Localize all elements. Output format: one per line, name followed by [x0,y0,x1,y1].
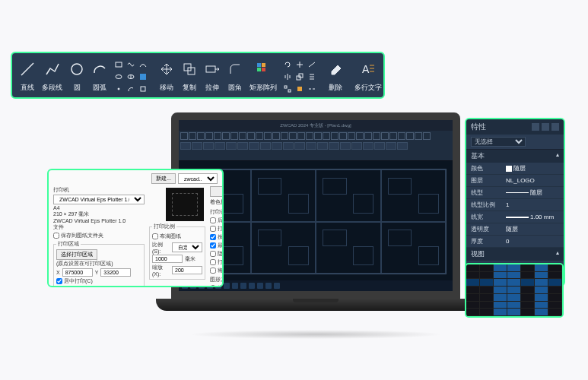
scale-icon[interactable] [294,71,305,82]
unit-label: 毫米 [185,255,195,263]
opt-hide[interactable]: 隐藏图 [210,250,224,258]
svg-point-2 [116,75,122,79]
tool-polyline[interactable]: 多段线 [40,56,65,94]
spline-icon[interactable] [138,59,148,70]
prop-color[interactable]: 颜色随层 [466,163,564,175]
props-button[interactable]: 特性(R)... [210,186,224,197]
printer-section-label: 打印机 [53,186,145,194]
svg-rect-18 [288,90,291,92]
box-icon[interactable] [294,84,305,94]
tool-fillet[interactable]: 圆角 [224,56,246,94]
arc-icon [91,58,108,81]
area-select-button[interactable]: 选择打印区域 [56,249,97,260]
wave-icon[interactable] [126,59,136,70]
custom-input[interactable] [172,266,202,274]
tool-arc[interactable]: 圆弧 [89,56,110,94]
extend-icon[interactable] [307,59,317,70]
svg-rect-10 [206,66,215,72]
explode-icon[interactable] [282,84,293,94]
join-icon[interactable] [307,84,317,94]
draw-mini-tools[interactable] [112,56,150,94]
circle-icon [68,58,85,81]
tool-copy[interactable]: 复制 [179,56,200,94]
save-layout-check[interactable]: 保存到图纸文件夹 [53,232,145,239]
mtext-icon: A [360,58,377,81]
tool-move[interactable]: 移动 [156,56,177,94]
tool-polyline-label: 多段线 [42,83,62,93]
colortable-label: 着色打口述 [210,198,224,206]
x-input[interactable] [62,268,93,277]
prop-layer[interactable]: 图层NL_LOGO [466,175,564,187]
opt-save[interactable]: 将修改 [210,267,224,274]
rotate-icon[interactable] [282,59,293,70]
move-icon [158,58,175,81]
tool-mtext-label: 多行文字 [354,83,382,93]
mirror-icon[interactable] [282,71,293,82]
line-icon [19,58,36,81]
offset-icon[interactable] [307,71,317,82]
hatch-icon[interactable] [138,71,148,82]
tool-stretch-label: 拉伸 [205,83,219,93]
y-input[interactable] [100,268,131,277]
ellipse-icon[interactable] [113,71,124,82]
layer-table-panel[interactable] [465,263,564,318]
menu-icon[interactable] [542,123,549,131]
area-note: (原点设置在可打印区域) [56,260,141,268]
scale-fieldset: 打印比例 布满图纸 比例(S):自定义 毫米 缩放(X): [149,223,205,280]
tool-array[interactable]: 矩形阵列 [247,56,279,94]
rect-icon[interactable] [113,59,124,70]
section-view[interactable]: 视图 [466,248,564,261]
plot-preview [166,188,204,221]
opt-stamp[interactable]: 打开打印 [210,258,224,266]
modify-mini-tools[interactable] [281,56,319,94]
preset-select[interactable]: zwcad.. [178,173,218,184]
square-icon[interactable] [138,84,148,94]
scale-label: 比例(S): [152,241,170,254]
trim-icon[interactable] [294,59,305,70]
ellipse2-icon[interactable] [126,71,136,82]
tool-mtext[interactable]: A 多行文字 [352,56,384,94]
scale-select[interactable]: 自定义 [172,242,202,252]
tool-erase-label: 删除 [329,83,342,93]
scale-a-input[interactable] [152,255,183,263]
opt-lw[interactable]: 打印线宽 [210,225,224,233]
close-icon[interactable] [551,123,559,131]
properties-panel: 特性 无选择 基本 颜色随层 图层NL_LOGO 线型随层 线型比例1 线宽1.… [465,118,565,287]
array-icon [255,58,272,81]
prop-thickness[interactable]: 厚度0 [466,236,564,248]
opt-bg[interactable]: 后台打印 [210,217,224,224]
svg-rect-19 [297,87,302,91]
svg-rect-17 [284,86,287,88]
tool-line[interactable]: 直线 [17,56,38,94]
opts-header: 打印选项 [210,208,224,216]
section-basic[interactable]: 基本 [466,150,564,163]
tool-circle[interactable]: 圆 [66,56,87,94]
fit-check[interactable]: 布满图纸 [152,233,202,240]
svg-rect-12 [262,63,265,67]
erase-icon [327,58,344,81]
tool-move-label: 移动 [160,83,173,93]
app-titlebar: ZWCAD 2024 专业版 - [Plan1.dwg] [179,120,453,131]
plotter-select[interactable]: ZWCAD Virtual Eps Plotter 1.0 [53,195,145,204]
arc2-icon[interactable] [126,84,136,94]
point-icon[interactable] [113,84,124,94]
laptop-shadow [188,330,443,339]
prop-ltscale[interactable]: 线型比例1 [466,199,564,211]
prop-lineweight[interactable]: 线宽1.00 mm [466,211,564,223]
ribbon[interactable] [179,131,453,161]
tool-erase[interactable]: 删除 [325,56,346,94]
props-header: 特性 [466,119,564,135]
copy-icon [181,58,198,81]
pin-icon[interactable] [532,123,539,131]
svg-rect-1 [116,62,122,67]
center-check[interactable]: 居中打印(C) [56,277,141,285]
tool-stretch[interactable]: 拉伸 [202,56,223,94]
svg-text:A: A [362,63,370,75]
opt-style[interactable]: 按样式打印 [210,233,224,241]
prop-linetype[interactable]: 线型随层 [466,187,564,199]
new-button[interactable]: 新建... [151,173,176,184]
selection-dropdown[interactable]: 无选择 [471,137,526,147]
prop-transparency[interactable]: 透明度随层 [466,223,564,236]
opt-last[interactable]: 最后打印 [210,242,224,249]
floorplan [185,169,447,274]
